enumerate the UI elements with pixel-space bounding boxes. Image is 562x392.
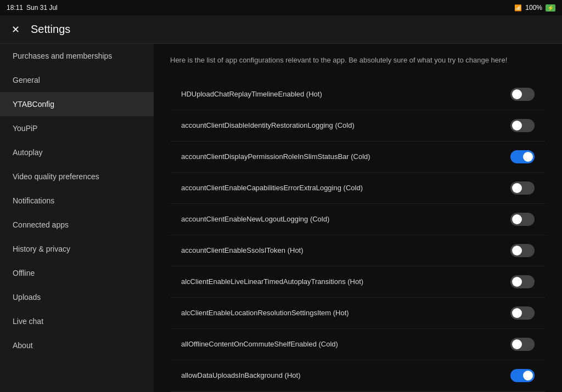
sidebar-item-about[interactable]: About xyxy=(0,333,154,357)
config-label: alcClientEnableLiveLinearTimedAutoplayTr… xyxy=(181,277,499,286)
toggle-6[interactable] xyxy=(510,275,535,288)
settings-content: Here is the list of app configurations r… xyxy=(154,44,562,392)
page-title: Settings xyxy=(31,23,70,36)
config-label: alcClientEnableLocationResolutionSetting… xyxy=(181,309,499,317)
status-left: 18:11 Sun 31 Jul xyxy=(7,4,58,12)
config-row: accountClientEnableSsoIsIToken (Hot) xyxy=(170,235,546,266)
toggle-9[interactable] xyxy=(510,369,535,382)
toggle-thumb xyxy=(512,277,522,287)
sidebar-item-general[interactable]: General xyxy=(0,68,154,92)
toggle-3[interactable] xyxy=(510,181,535,195)
sidebar-item-ytabconfig[interactable]: YTABConfig xyxy=(0,92,154,116)
settings-sidebar: Purchases and membershipsGeneralYTABConf… xyxy=(0,44,154,392)
config-row: accountClientDisableIdentityRestorationL… xyxy=(170,110,546,141)
config-row: alcClientEnableLiveLinearTimedAutoplayTr… xyxy=(170,266,546,298)
config-label: HDUploadChatReplayTimelineEnabled (Hot) xyxy=(181,90,499,98)
status-bar: 18:11 Sun 31 Jul 📶 100% ⚡ xyxy=(0,0,562,15)
toggle-thumb xyxy=(523,371,533,380)
config-label: accountClientEnableNewLogoutLogging (Col… xyxy=(181,215,499,223)
config-row: allowDataUploadsInBackground (Hot) xyxy=(170,360,546,391)
toggle-thumb xyxy=(512,339,522,349)
toggle-1[interactable] xyxy=(510,119,535,132)
main-layout: Purchases and membershipsGeneralYTABConf… xyxy=(0,44,562,392)
toggle-4[interactable] xyxy=(510,213,535,226)
settings-header: ✕ Settings xyxy=(0,15,562,44)
toggle-track[interactable] xyxy=(510,119,535,132)
toggle-track[interactable] xyxy=(510,306,535,320)
config-row: accountClientEnableCapabilitiesErrorExtr… xyxy=(170,173,546,204)
toggle-track[interactable] xyxy=(510,369,535,382)
toggle-thumb xyxy=(512,121,522,130)
config-label: allOfflineContentOnCommuteShelfEnabled (… xyxy=(181,340,499,348)
sidebar-item-video-quality[interactable]: Video quality preferences xyxy=(0,164,154,189)
toggle-track[interactable] xyxy=(510,213,535,226)
config-row: HDUploadChatReplayTimelineEnabled (Hot) xyxy=(170,79,546,110)
status-right: 📶 100% ⚡ xyxy=(514,4,555,12)
toggle-thumb xyxy=(512,89,522,99)
sidebar-item-youpip[interactable]: YouPiP xyxy=(0,116,154,140)
config-label: allowDataUploadsInBackground (Hot) xyxy=(181,371,499,379)
toggle-track[interactable] xyxy=(510,275,535,288)
sidebar-item-notifications[interactable]: Notifications xyxy=(0,189,154,213)
toggle-2[interactable] xyxy=(510,150,535,163)
toggle-thumb xyxy=(523,152,533,162)
toggle-track[interactable] xyxy=(510,150,535,163)
config-label: accountClientEnableCapabilitiesErrorExtr… xyxy=(181,184,499,192)
toggle-thumb xyxy=(512,214,522,224)
wifi-icon: 📶 xyxy=(514,4,522,12)
toggle-thumb xyxy=(512,308,522,318)
time-label: 18:11 xyxy=(7,4,23,12)
toggle-thumb xyxy=(512,246,522,255)
config-row: alcClientEnableLocationResolutionSetting… xyxy=(170,298,546,329)
toggle-thumb xyxy=(512,183,522,193)
sidebar-item-autoplay[interactable]: Autoplay xyxy=(0,140,154,164)
config-label: accountClientDisableIdentityRestorationL… xyxy=(181,121,499,129)
config-label: accountClientEnableSsoIsIToken (Hot) xyxy=(181,246,499,254)
toggle-8[interactable] xyxy=(510,338,535,351)
close-button[interactable]: ✕ xyxy=(9,23,22,36)
toggle-track[interactable] xyxy=(510,181,535,195)
toggle-track[interactable] xyxy=(510,338,535,351)
config-row: allOfflineContentOnCommuteShelfEnabled (… xyxy=(170,329,546,360)
toggle-5[interactable] xyxy=(510,244,535,257)
sidebar-item-uploads[interactable]: Uploads xyxy=(0,285,154,309)
toggle-track[interactable] xyxy=(510,88,535,101)
battery-icon: ⚡ xyxy=(546,4,555,12)
toggle-7[interactable] xyxy=(510,306,535,320)
config-row: accountClientDisplayPermissionRoleInSlim… xyxy=(170,141,546,173)
sidebar-item-live-chat[interactable]: Live chat xyxy=(0,309,154,333)
date-label: Sun 31 Jul xyxy=(26,4,58,12)
sidebar-item-history-privacy[interactable]: History & privacy xyxy=(0,237,154,261)
config-list: HDUploadChatReplayTimelineEnabled (Hot)a… xyxy=(170,79,546,393)
toggle-0[interactable] xyxy=(510,88,535,101)
content-description: Here is the list of app configurations r… xyxy=(170,55,546,66)
sidebar-item-connected-apps[interactable]: Connected apps xyxy=(0,213,154,237)
toggle-track[interactable] xyxy=(510,244,535,257)
config-row: accountClientEnableNewLogoutLogging (Col… xyxy=(170,204,546,235)
sidebar-item-purchases[interactable]: Purchases and memberships xyxy=(0,44,154,68)
config-label: accountClientDisplayPermissionRoleInSlim… xyxy=(181,152,499,161)
sidebar-item-offline[interactable]: Offline xyxy=(0,261,154,285)
battery-label: 100% xyxy=(525,4,542,12)
